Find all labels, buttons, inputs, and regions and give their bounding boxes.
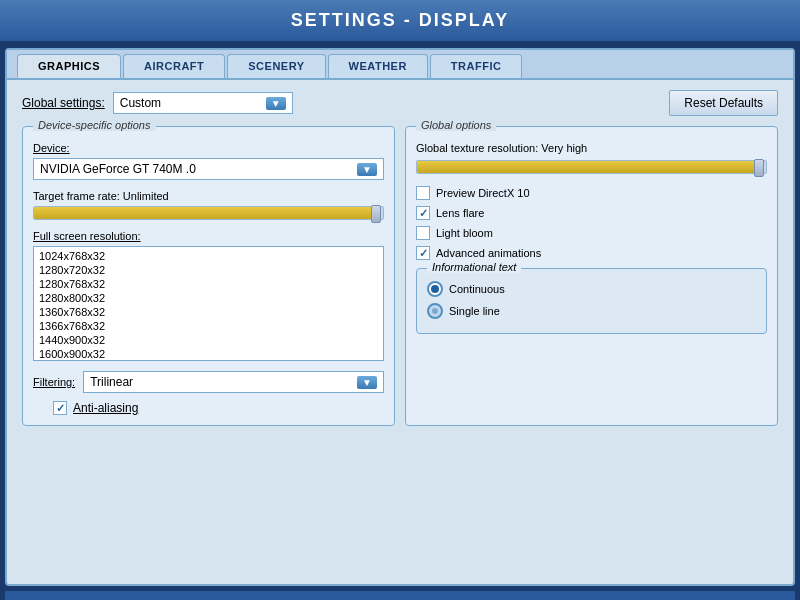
texture-label: Global texture resolution: Very high	[416, 142, 767, 154]
global-panel: Global options Global texture resolution…	[405, 126, 778, 426]
device-panel: Device-specific options Device: NVIDIA G…	[22, 126, 395, 426]
device-dropdown[interactable]: NVIDIA GeForce GT 740M .0 ▼	[33, 158, 384, 180]
preview-directx-checkbox[interactable]	[416, 186, 430, 200]
resolution-item[interactable]: 1366x768x32	[36, 319, 381, 333]
resolution-item[interactable]: 1280x720x32	[36, 263, 381, 277]
filtering-row: Filtering: Trilinear ▼	[33, 371, 384, 393]
reset-defaults-button[interactable]: Reset Defaults	[669, 90, 778, 116]
texture-thumb	[754, 159, 764, 177]
device-value: NVIDIA GeForce GT 740M .0	[40, 162, 196, 176]
bottom-bar: HELP CANCEL OK	[5, 591, 795, 600]
preview-directx-row: Preview DirectX 10	[416, 186, 767, 200]
tab-traffic[interactable]: TRAFFIC	[430, 54, 523, 78]
filtering-dropdown[interactable]: Trilinear ▼	[83, 371, 384, 393]
global-settings-value: Custom	[120, 96, 161, 110]
filtering-label: Filtering:	[33, 376, 75, 388]
window-title: SETTINGS - DISPLAY	[291, 10, 509, 30]
panels-row: Device-specific options Device: NVIDIA G…	[22, 126, 778, 426]
tab-scenery[interactable]: SCENERY	[227, 54, 325, 78]
tab-graphics[interactable]: GRAPHICS	[17, 54, 121, 78]
frame-rate-slider[interactable]	[33, 206, 384, 220]
content-area: Global settings: Custom ▼ Reset Defaults…	[7, 80, 793, 584]
main-container: GRAPHICS AIRCRAFT SCENERY WEATHER TRAFFI…	[5, 48, 795, 586]
lens-flare-row: Lens flare	[416, 206, 767, 220]
resolution-item[interactable]: 1024x768x32	[36, 249, 381, 263]
filtering-value: Trilinear	[90, 375, 133, 389]
device-panel-title: Device-specific options	[33, 119, 156, 131]
info-text-panel: Informational text Continuous Single lin…	[416, 268, 767, 334]
resolution-item[interactable]: 1440x900x32	[36, 333, 381, 347]
filtering-arrow-icon: ▼	[357, 376, 377, 389]
single-line-radio[interactable]	[427, 303, 443, 319]
anti-aliasing-row: Anti-aliasing	[53, 401, 384, 415]
frame-rate-label: Target frame rate: Unlimited	[33, 190, 384, 202]
preview-directx-label: Preview DirectX 10	[436, 187, 530, 199]
global-settings-arrow-icon: ▼	[266, 97, 286, 110]
info-text-title: Informational text	[427, 261, 521, 273]
advanced-animations-row: Advanced animations	[416, 246, 767, 260]
global-settings-dropdown[interactable]: Custom ▼	[113, 92, 293, 114]
continuous-radio[interactable]	[427, 281, 443, 297]
continuous-label: Continuous	[449, 283, 505, 295]
resolution-item[interactable]: 1280x768x32	[36, 277, 381, 291]
tab-weather[interactable]: WEATHER	[328, 54, 428, 78]
lens-flare-label: Lens flare	[436, 207, 484, 219]
continuous-radio-row: Continuous	[427, 281, 756, 297]
device-label: Device:	[33, 142, 384, 154]
global-panel-title: Global options	[416, 119, 496, 131]
anti-aliasing-label: Anti-aliasing	[73, 401, 138, 415]
global-settings-row: Global settings: Custom ▼ Reset Defaults	[22, 90, 778, 116]
resolution-item[interactable]: 1280x800x32	[36, 291, 381, 305]
device-arrow-icon: ▼	[357, 163, 377, 176]
title-bar: SETTINGS - DISPLAY	[0, 0, 800, 43]
resolution-list[interactable]: 1024x768x32 1280x720x32 1280x768x32 1280…	[33, 246, 384, 361]
single-line-label: Single line	[449, 305, 500, 317]
lens-flare-checkbox[interactable]	[416, 206, 430, 220]
texture-slider[interactable]	[416, 160, 767, 174]
resolution-label: Full screen resolution:	[33, 230, 384, 242]
slider-thumb	[371, 205, 381, 223]
resolution-item[interactable]: 1360x768x32	[36, 305, 381, 319]
light-bloom-row: Light bloom	[416, 226, 767, 240]
resolution-item[interactable]: 1600x900x32	[36, 347, 381, 361]
global-settings-left: Global settings: Custom ▼	[22, 92, 293, 114]
anti-aliasing-checkbox[interactable]	[53, 401, 67, 415]
light-bloom-checkbox[interactable]	[416, 226, 430, 240]
advanced-animations-label: Advanced animations	[436, 247, 541, 259]
global-settings-label: Global settings:	[22, 96, 105, 110]
tab-aircraft[interactable]: AIRCRAFT	[123, 54, 225, 78]
tabs-bar: GRAPHICS AIRCRAFT SCENERY WEATHER TRAFFI…	[7, 50, 793, 80]
light-bloom-label: Light bloom	[436, 227, 493, 239]
advanced-animations-checkbox[interactable]	[416, 246, 430, 260]
single-line-radio-row: Single line	[427, 303, 756, 319]
